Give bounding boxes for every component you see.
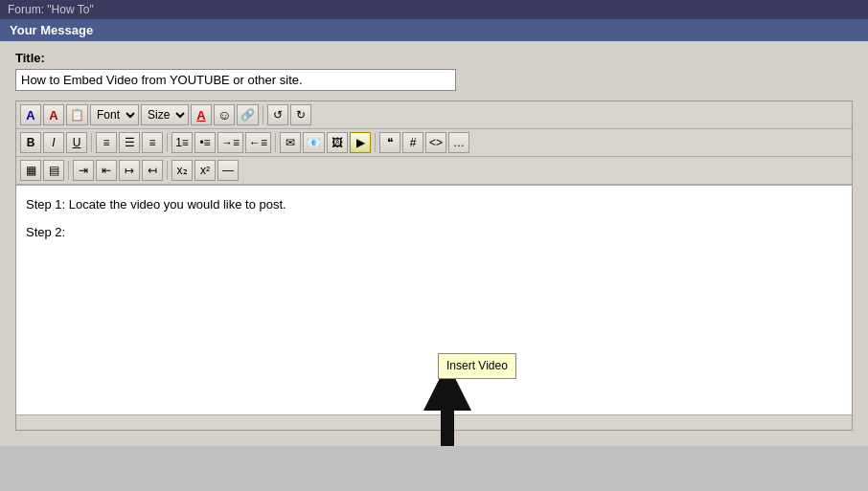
email-icon: ✉ — [286, 136, 295, 149]
insert-video-btn[interactable]: ▶ — [350, 132, 371, 153]
editor-content[interactable]: Step 1: Locate the video you would like … — [16, 185, 852, 414]
hr-icon: — — [222, 164, 234, 177]
arrow-indicator — [414, 363, 481, 446]
font-color-icon: A — [196, 108, 205, 123]
redo-icon: ↻ — [296, 108, 306, 122]
title-label: Title: — [15, 51, 853, 65]
block-btn-1[interactable]: ▦ — [20, 160, 41, 181]
code-icon: <> — [429, 136, 443, 149]
more-icon: … — [453, 136, 465, 149]
video-icon: ▶ — [356, 136, 365, 149]
outdent3-icon: ↤ — [148, 164, 157, 177]
separator-5 — [375, 133, 376, 152]
bold-btn[interactable]: B — [20, 132, 41, 153]
insert-image-btn[interactable]: 🖼 — [327, 132, 348, 153]
hr-btn[interactable]: — — [217, 160, 239, 181]
code-btn[interactable]: <> — [425, 132, 446, 153]
separator-4 — [275, 133, 276, 152]
block-icon-1: ▦ — [26, 164, 36, 177]
indent-icon: →≡ — [221, 136, 240, 149]
form-area: Title: A A 📋 Font Size A ☺ — [0, 41, 868, 446]
outdent3-btn[interactable]: ↤ — [142, 160, 163, 181]
toolbar-row-3: ▦ ▤ ⇥ ⇤ ↦ ↤ x₂ x² — [16, 157, 852, 185]
outdent2-btn[interactable]: ⇤ — [96, 160, 117, 181]
superscript-btn[interactable]: x² — [194, 160, 216, 181]
underline-btn[interactable]: U — [66, 132, 87, 153]
separator-7 — [167, 161, 168, 180]
svg-marker-1 — [423, 363, 471, 411]
email2-icon: 📧 — [307, 136, 321, 149]
quote-btn[interactable]: ❝ — [379, 132, 400, 153]
align-center-icon: ☰ — [125, 136, 135, 149]
redo-btn[interactable]: ↻ — [290, 104, 311, 125]
hash-icon: # — [410, 136, 417, 149]
clipboard-btn[interactable]: 📋 — [66, 104, 88, 125]
bold-icon: B — [27, 136, 35, 149]
image-icon: 🖼 — [331, 136, 343, 149]
outdent2-icon: ⇤ — [102, 164, 111, 177]
forum-breadcrumb: Forum: "How To" — [0, 0, 868, 19]
toolbar-row-1: A A 📋 Font Size A ☺ 🔗 — [16, 101, 852, 129]
align-left-btn[interactable]: ≡ — [96, 132, 117, 153]
font-style-btn-2[interactable]: A — [43, 104, 64, 125]
ordered-list-btn[interactable]: 1≡ — [171, 132, 193, 153]
your-message-header: Your Message — [0, 19, 868, 41]
align-right-icon: ≡ — [148, 136, 155, 149]
quote-icon: ❝ — [387, 136, 393, 149]
insert-email-btn[interactable]: ✉ — [280, 132, 301, 153]
superscript-icon: x² — [200, 164, 210, 177]
italic-btn[interactable]: I — [43, 132, 64, 153]
indent2-btn[interactable]: ⇥ — [73, 160, 94, 181]
indent-btn[interactable]: →≡ — [217, 132, 243, 153]
outdent-btn[interactable]: ←≡ — [245, 132, 271, 153]
hash-btn[interactable]: # — [402, 132, 423, 153]
subscript-btn[interactable]: x₂ — [171, 160, 193, 181]
smiley-btn[interactable]: ☺ — [214, 104, 235, 125]
font-color-btn[interactable]: A — [191, 104, 212, 125]
title-input[interactable] — [15, 69, 456, 91]
undo-btn[interactable]: ↺ — [267, 104, 288, 125]
indent3-btn[interactable]: ↦ — [119, 160, 140, 181]
block-btn-2[interactable]: ▤ — [43, 160, 64, 181]
ordered-list-icon: 1≡ — [175, 136, 189, 149]
unordered-list-icon: •≡ — [199, 136, 210, 149]
align-left-icon: ≡ — [103, 136, 109, 149]
separator-6 — [68, 161, 69, 180]
smiley-icon: ☺ — [217, 107, 231, 123]
subscript-icon: x₂ — [177, 164, 188, 177]
underline-icon: U — [73, 136, 81, 149]
unordered-list-btn[interactable]: •≡ — [194, 132, 216, 153]
toolbar-row-2: B I U ≡ ☰ ≡ 1≡ •≡ — [16, 129, 852, 157]
editor-line-2: Step 2: — [26, 223, 842, 243]
italic-icon: I — [52, 136, 55, 149]
insert-mail2-btn[interactable]: 📧 — [303, 132, 325, 153]
font-a1-icon: A — [26, 108, 34, 123]
align-center-btn[interactable]: ☰ — [119, 132, 140, 153]
separator-1 — [263, 105, 263, 124]
size-select[interactable]: Size — [141, 104, 189, 125]
insert-link-btn[interactable]: 🔗 — [237, 104, 259, 125]
indent3-icon: ↦ — [125, 164, 134, 177]
font-a2-icon: A — [49, 108, 57, 123]
indent2-icon: ⇥ — [79, 164, 88, 177]
align-right-btn[interactable]: ≡ — [142, 132, 163, 153]
separator-2 — [91, 133, 92, 152]
editor-line-1: Step 1: Locate the video you would like … — [26, 195, 842, 215]
editor-wrapper: A A 📋 Font Size A ☺ 🔗 — [15, 100, 853, 431]
link-icon: 🔗 — [240, 108, 255, 122]
undo-icon: ↺ — [273, 108, 283, 122]
font-select[interactable]: Font — [90, 104, 139, 125]
clipboard-icon: 📋 — [70, 108, 84, 122]
separator-3 — [167, 133, 168, 152]
block-icon-2: ▤ — [49, 164, 59, 177]
outdent-icon: ←≡ — [249, 136, 267, 149]
statusbar — [16, 414, 852, 430]
more-btn[interactable]: … — [448, 132, 469, 153]
font-style-btn-1[interactable]: A — [20, 104, 41, 125]
insert-video-tooltip: Insert Video — [438, 353, 516, 379]
